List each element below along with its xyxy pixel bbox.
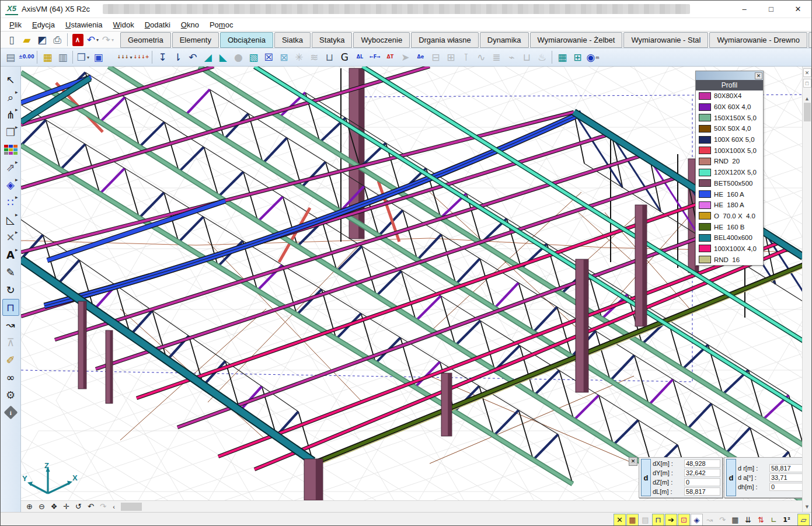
workplane-active-icon[interactable]: ▱ xyxy=(797,514,810,526)
undo-icon[interactable]: ↶▾ xyxy=(85,33,100,47)
level-marker-icon[interactable]: ±0.00 xyxy=(18,50,34,65)
scroll-left-icon[interactable]: ‹ xyxy=(109,503,119,510)
legend-row[interactable]: 100X 60X 5,0 xyxy=(696,134,763,145)
tab-elementy[interactable]: Elementy xyxy=(172,32,219,48)
views-tool-icon[interactable]: ⋔▶ xyxy=(2,106,19,123)
table-browser-icon[interactable]: ▦ xyxy=(40,50,55,65)
tab-wymiarowanie-żelbet[interactable]: Wymiarowanie - Żelbet xyxy=(530,32,623,48)
nodal-mass-icon[interactable]: ◉m xyxy=(585,50,600,65)
zoom-in-icon[interactable]: ⊕ xyxy=(23,501,36,512)
coords-close-icon[interactable]: ✕ xyxy=(629,457,637,466)
viewport-restore-icon[interactable]: □ xyxy=(803,79,811,88)
coordinate-value[interactable]: 58,817 xyxy=(769,464,806,472)
save-view-icon[interactable]: ▣ xyxy=(90,50,106,65)
zoom-fit-icon[interactable]: ❖ xyxy=(48,501,60,512)
surface-load-icon[interactable]: ▧ xyxy=(246,50,261,65)
menu-ustawienia[interactable]: Ustawienia xyxy=(60,19,108,30)
pdf-export-icon[interactable]: ∧ xyxy=(70,33,85,47)
legend-row[interactable]: BET500x500 xyxy=(696,178,763,189)
new-file-icon[interactable]: ▯ xyxy=(4,33,19,47)
info-tool-icon[interactable]: i xyxy=(2,404,19,421)
report-maker-icon[interactable]: ▥ xyxy=(55,50,70,65)
vertical-scrollbar[interactable]: ✕ □ ▲ ▼ xyxy=(802,67,811,512)
tab-wyboczenie[interactable]: Wyboczenie xyxy=(353,32,410,48)
open-file-icon[interactable]: ▰ xyxy=(19,33,34,47)
member-display-icon[interactable]: ⊓ xyxy=(2,299,19,316)
tab-wymiarowanie-stal[interactable]: Wymiarowanie - Stal xyxy=(623,32,708,48)
highlight-tool-icon[interactable]: ✐ xyxy=(2,351,19,368)
renumber-tool-icon[interactable]: ↻ xyxy=(2,281,19,298)
maximize-button[interactable]: □ xyxy=(758,1,785,18)
load-combinations-icon[interactable]: ↓↓↓+ xyxy=(133,50,150,65)
tab-wymiarowanie-mur[interactable]: Wymiarowanie - Mur xyxy=(808,32,812,48)
layers-icon[interactable]: ▤ xyxy=(3,50,18,65)
legend-row[interactable]: O 70.0 X 4.0 xyxy=(696,211,763,222)
menu-okno[interactable]: Okno xyxy=(176,19,204,30)
text-tool-icon[interactable]: A▶ xyxy=(2,246,19,263)
path-tool-icon[interactable]: ↝ xyxy=(2,316,19,333)
coord-axes-icon[interactable]: ∟ xyxy=(768,514,780,526)
snap-intersection-icon[interactable]: ✕ xyxy=(614,514,626,526)
exponent-format-icon[interactable]: 1² xyxy=(780,514,793,526)
legend-row[interactable]: 80X80X4 xyxy=(696,90,763,102)
color-coding-icon[interactable] xyxy=(2,141,19,158)
legend-close-icon[interactable]: ✕ xyxy=(755,72,762,79)
moving-load-icon[interactable]: ⊠ xyxy=(276,50,291,65)
legend-titlebar[interactable]: ✕ xyxy=(696,71,763,80)
legend-row[interactable]: 150X150X 5,0 xyxy=(696,112,763,123)
grid-display-icon[interactable]: ▦ xyxy=(729,514,741,526)
tab-wymiarowanie-drewno[interactable]: Wymiarowanie - Drewno xyxy=(709,32,807,48)
minimize-button[interactable]: – xyxy=(731,1,758,18)
legend-row[interactable]: 60X 60X 4,0 xyxy=(696,102,763,113)
tab-obciążenia[interactable]: Obciążenia xyxy=(220,32,273,48)
beam-point-load-icon[interactable]: ⇂ xyxy=(170,50,185,65)
coordinate-value[interactable]: 58,817 xyxy=(684,487,720,496)
legend-row[interactable]: 50X 50X 4,0 xyxy=(696,123,763,134)
scroll-down-icon[interactable]: ▼ xyxy=(804,504,810,510)
tab-statyka[interactable]: Statyka xyxy=(312,32,352,48)
transform-tool-icon[interactable]: ⇗▶ xyxy=(2,159,19,176)
save-file-icon[interactable]: ◩ xyxy=(34,33,50,47)
selection-tool-icon[interactable]: ↖ xyxy=(2,71,19,88)
tab-drgania-własne[interactable]: Drgania własne xyxy=(411,32,479,48)
close-button[interactable]: ✕ xyxy=(785,1,811,18)
nodal-load-icon[interactable]: ↧ xyxy=(155,50,170,65)
self-weight-icon[interactable]: G xyxy=(337,50,352,65)
zoom-tool-icon[interactable]: ⌕▶ xyxy=(2,89,19,106)
dimension-tool-icon[interactable]: ✕▶ xyxy=(2,229,19,246)
hscroll-thumb[interactable] xyxy=(121,503,142,511)
menu-dodatki[interactable]: Dodatki xyxy=(140,19,176,30)
viewport-close-icon[interactable]: ✕ xyxy=(803,68,811,77)
tab-siatka[interactable]: Siatka xyxy=(274,32,311,48)
legend-row[interactable]: HE 160 B xyxy=(696,221,763,232)
workplanes-icon[interactable]: ⊓ xyxy=(652,514,664,526)
selection-mode-icon[interactable]: ⊡ xyxy=(678,514,690,526)
moment-load-icon[interactable]: ↶ xyxy=(185,50,200,65)
coordinate-value[interactable]: 0 xyxy=(769,483,806,491)
legend-row[interactable]: RND 20 xyxy=(696,156,763,167)
coordinate-value[interactable]: 33,71 xyxy=(769,473,806,482)
rotate-view-icon[interactable]: ↺ xyxy=(72,501,85,512)
legend-row[interactable]: 100X100X 5,0 xyxy=(696,145,763,156)
load-panel-icon[interactable]: ☒ xyxy=(261,50,276,65)
menu-pomoc[interactable]: Pomoc xyxy=(204,19,238,30)
scroll-up-icon[interactable]: ▲ xyxy=(804,96,810,102)
fluid-load-icon[interactable]: ⊔ xyxy=(322,50,337,65)
workplane-tool-icon[interactable]: ◈▶ xyxy=(2,176,19,193)
model-viewport[interactable]: Z Y X ✕ Profil 80X80X460X 60X 4,0150X150… xyxy=(21,67,811,512)
structure-3d-view[interactable] xyxy=(21,67,803,500)
parts-display-icon[interactable]: ➔ xyxy=(665,514,677,526)
legend-row[interactable]: 120X120X 5,0 xyxy=(696,167,763,178)
local-axes-icon[interactable]: ⇅ xyxy=(755,514,767,526)
coordinate-value[interactable]: 0 xyxy=(684,478,720,486)
delta-toggle-button[interactable]: d xyxy=(641,459,651,496)
legend-row[interactable]: HE 180 A xyxy=(696,200,763,211)
snap-grid-icon[interactable]: ▦ xyxy=(626,514,639,526)
display-options-icon[interactable]: ∞ xyxy=(2,369,19,386)
delta-toggle-button-2[interactable]: d xyxy=(726,459,736,496)
line-load-icon[interactable]: ◢ xyxy=(200,50,215,65)
tension-force-icon[interactable]: ←F→ xyxy=(367,50,382,65)
length-change-icon[interactable]: ΔL xyxy=(352,50,367,65)
parts-tool-icon[interactable]: ❒▶ xyxy=(2,124,19,141)
print-icon[interactable]: ⎙ xyxy=(50,33,65,47)
